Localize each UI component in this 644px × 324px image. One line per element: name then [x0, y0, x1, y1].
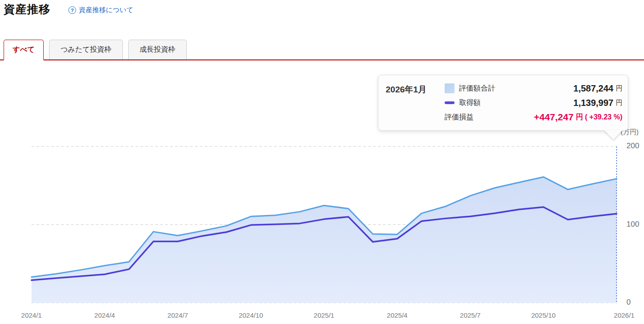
y-axis-label: 100 — [626, 220, 639, 229]
chart-tooltip: 2026年1月 評価額合計 1,587,244 円 取得額 1,139,997 … — [378, 75, 628, 131]
y-axis-label: 200 — [626, 141, 639, 151]
gain-loss-label: 評価損益 — [445, 113, 473, 122]
x-axis-label: 2025/4 — [387, 311, 408, 319]
asset-chart[interactable] — [0, 0, 644, 324]
x-axis-label: 2025/10 — [531, 311, 555, 319]
y-axis-label: 0 — [626, 298, 630, 307]
eval-total-area-fill — [32, 177, 617, 303]
tooltip-rows: 評価額合計 1,587,244 円 取得額 1,139,997 円 評価損益 +… — [445, 81, 622, 124]
x-axis-label: 2024/10 — [239, 311, 263, 319]
eval-total-area-swatch-icon — [445, 83, 455, 93]
x-axis-label: 2024/1 — [21, 311, 42, 319]
acquisition-unit: 円 — [616, 99, 622, 107]
acquisition-line-swatch-icon — [445, 101, 455, 104]
tab-all[interactable]: すべて — [4, 40, 44, 60]
x-axis-label: 2026/1 — [614, 311, 635, 319]
eval-total-label: 評価額合計 — [459, 84, 495, 93]
acquisition-value: 1,139,997 — [573, 98, 613, 108]
x-axis-label: 2025/1 — [314, 311, 334, 319]
tooltip-row-eval-total: 評価額合計 1,587,244 円 — [445, 81, 622, 96]
x-axis-label: 2025/7 — [460, 311, 481, 319]
x-axis: 2024/12024/42024/72024/102025/12025/4202… — [0, 311, 644, 320]
eval-total-value: 1,587,244 — [573, 83, 613, 94]
tooltip-row-acquisition: 取得額 1,139,997 円 — [445, 96, 622, 110]
x-axis-label: 2024/7 — [167, 311, 188, 319]
gain-loss-value: +447,247 — [534, 112, 573, 123]
asset-trend-page: 資産推移 ? 資産推移について すべて つみたて投資枠 成長投資枠 2024/1… — [0, 0, 644, 324]
eval-total-unit: 円 — [616, 84, 622, 93]
acquisition-label: 取得額 — [459, 98, 481, 108]
tooltip-pointer-icon — [604, 130, 622, 140]
x-axis-label: 2024/4 — [95, 311, 115, 319]
tooltip-row-gain-loss: 評価損益 +447,247 円 ( +39.23 %) — [445, 110, 622, 124]
tooltip-date: 2026年1月 — [386, 84, 427, 96]
gain-loss-unit: 円 ( +39.23 %) — [576, 113, 622, 122]
